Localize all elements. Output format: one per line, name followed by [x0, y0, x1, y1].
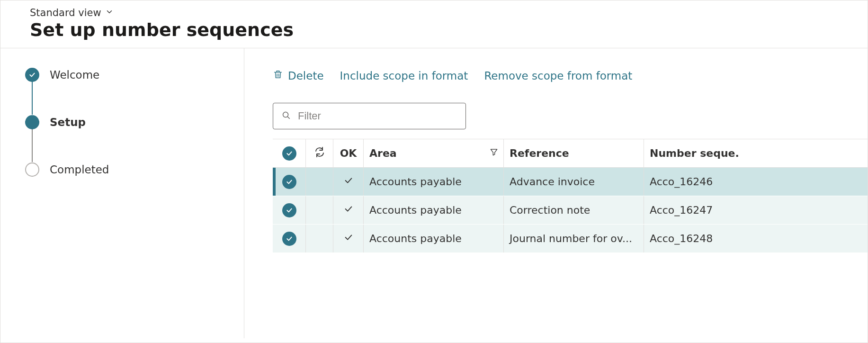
- step-dot: [25, 115, 39, 129]
- data-grid: OK Area Reference Number seque... Accoun…: [273, 139, 868, 253]
- row-reference-cell: Journal number for ov...: [504, 225, 644, 253]
- row-refresh-cell: [306, 196, 333, 224]
- include-scope-label: Include scope in format: [340, 70, 468, 82]
- wizard-step-setup[interactable]: Setup: [25, 115, 244, 130]
- delete-button[interactable]: Delete: [273, 69, 324, 82]
- column-header-area[interactable]: Area: [364, 139, 504, 167]
- refresh-icon: [314, 146, 325, 160]
- row-select-cell[interactable]: [273, 168, 306, 196]
- row-sequence-cell: Acco_16248: [644, 225, 739, 253]
- step-label: Setup: [50, 116, 86, 128]
- remove-scope-button[interactable]: Remove scope from format: [484, 70, 632, 82]
- row-refresh-cell: [306, 225, 333, 253]
- page-title: Set up number sequences: [30, 19, 868, 40]
- row-check-icon: [282, 175, 296, 189]
- grid-header-row: OK Area Reference Number seque...: [273, 139, 868, 168]
- column-header-ok[interactable]: OK: [333, 139, 364, 167]
- step-label: Completed: [50, 163, 109, 176]
- page-header: Standard view Set up number sequences: [0, 0, 868, 48]
- step-label: Welcome: [50, 69, 99, 81]
- remove-scope-label: Remove scope from format: [484, 70, 632, 82]
- main-pane: Delete Include scope in format Remove sc…: [244, 48, 868, 338]
- select-all-header[interactable]: [273, 139, 306, 167]
- table-row[interactable]: Accounts payableCorrection noteAcco_1624…: [273, 196, 868, 225]
- column-header-reference[interactable]: Reference: [504, 139, 644, 167]
- delete-label: Delete: [288, 70, 324, 82]
- filter-icon[interactable]: [489, 147, 499, 159]
- table-row[interactable]: Accounts payableAdvance invoiceAcco_1624…: [273, 168, 868, 196]
- step-connector: [32, 81, 33, 115]
- svg-point-0: [283, 112, 288, 117]
- row-refresh-cell: [306, 168, 333, 196]
- row-reference-cell: Advance invoice: [504, 168, 644, 196]
- check-icon: [343, 232, 354, 245]
- filter-input[interactable]: [297, 109, 458, 123]
- include-scope-button[interactable]: Include scope in format: [340, 70, 468, 82]
- row-ok-cell: [333, 196, 364, 224]
- filter-box[interactable]: [273, 103, 466, 129]
- toolbar: Delete Include scope in format Remove sc…: [273, 69, 868, 82]
- check-icon: [343, 204, 354, 217]
- step-dot: [25, 162, 39, 177]
- row-ok-cell: [333, 168, 364, 196]
- check-icon: [343, 175, 354, 188]
- row-select-cell[interactable]: [273, 225, 306, 253]
- row-area-cell: Accounts payable: [364, 225, 504, 253]
- row-sequence-cell: Acco_16246: [644, 168, 739, 196]
- chevron-down-icon: [105, 8, 114, 18]
- view-switcher[interactable]: Standard view: [30, 7, 114, 18]
- row-ok-cell: [333, 225, 364, 253]
- row-area-cell: Accounts payable: [364, 168, 504, 196]
- select-all-check-icon: [282, 146, 296, 161]
- row-area-cell: Accounts payable: [364, 196, 504, 224]
- row-check-icon: [282, 203, 296, 217]
- row-check-icon: [282, 232, 296, 246]
- view-label: Standard view: [30, 7, 101, 18]
- wizard-sidebar: WelcomeSetupCompleted: [0, 48, 244, 338]
- step-dot: [25, 68, 39, 82]
- column-header-sequence[interactable]: Number seque...: [644, 139, 739, 167]
- row-sequence-cell: Acco_16247: [644, 196, 739, 224]
- table-row[interactable]: Accounts payableJournal number for ov...…: [273, 225, 868, 253]
- row-reference-cell: Correction note: [504, 196, 644, 224]
- step-connector: [32, 129, 33, 162]
- row-select-cell[interactable]: [273, 196, 306, 224]
- wizard-step-welcome[interactable]: Welcome: [25, 67, 244, 82]
- trash-icon: [273, 69, 283, 82]
- search-icon: [281, 110, 291, 122]
- wizard-step-completed[interactable]: Completed: [25, 162, 244, 177]
- refresh-header[interactable]: [306, 139, 333, 167]
